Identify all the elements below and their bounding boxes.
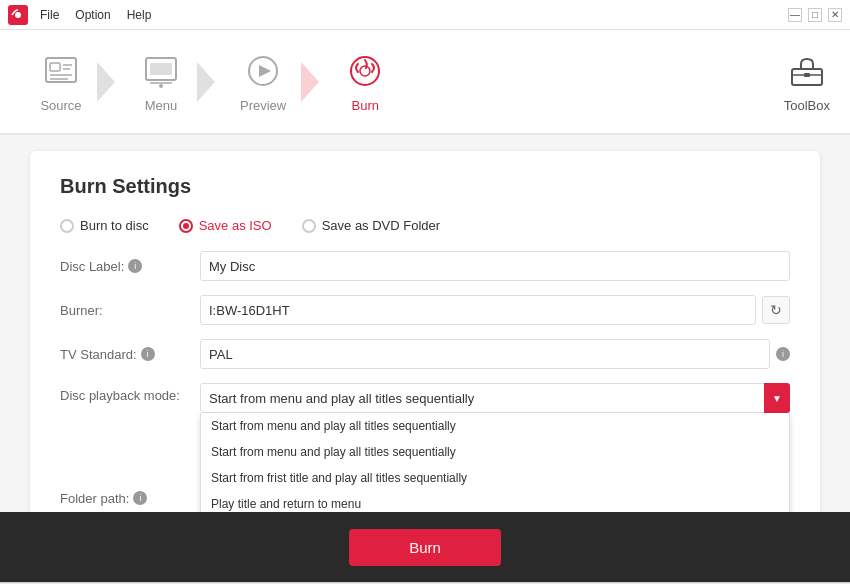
toolbox-label: ToolBox [784,98,830,113]
burn-mode-radio-group: Burn to disc Save as ISO Save as DVD Fol… [60,218,790,233]
radio-circle-save-as-iso [179,219,193,233]
radio-burn-to-disc[interactable]: Burn to disc [60,218,149,233]
playback-option-2[interactable]: Start from frist title and play all titl… [201,465,789,491]
settings-card: Burn Settings Burn to disc Save as ISO S… [30,151,820,512]
disc-label-label: Disc Label: i [60,259,200,274]
nav-steps: Source Menu [10,29,406,134]
burner-label: Burner: [60,303,200,318]
playback-option-3[interactable]: Play title and return to menu [201,491,789,512]
tv-standard-select-wrap: PAL NTSC i [200,339,790,369]
radio-save-as-dvd-folder[interactable]: Save as DVD Folder [302,218,441,233]
main-content: Burn Settings Burn to disc Save as ISO S… [0,135,850,512]
tv-standard-info-icon-right[interactable]: i [776,347,790,361]
disc-playback-combo-display[interactable]: Start from menu and play all titles sequ… [200,383,790,413]
menu-help[interactable]: Help [127,8,152,22]
disc-playback-combo-arrow[interactable]: ▼ [764,383,790,413]
nav-step-burn[interactable]: Burn [314,29,406,134]
toolbox-icon [788,51,826,92]
nav-step-preview-inner: Preview [240,50,286,113]
burn-bar: Burn [0,512,850,582]
menu-icon [140,50,182,92]
folder-path-label: Folder path: i [60,491,200,506]
minimize-button[interactable]: — [788,8,802,22]
preview-icon [242,50,284,92]
source-icon [40,50,82,92]
titlebar: File Option Help — □ ✕ [0,0,850,30]
preview-label: Preview [240,98,286,113]
burner-refresh-button[interactable]: ↻ [762,296,790,324]
playback-option-1[interactable]: Start from menu and play all titles sequ… [201,439,789,465]
app-logo [8,5,28,25]
navbar: Source Menu [0,30,850,135]
radio-save-as-iso[interactable]: Save as ISO [179,218,272,233]
toolbox-button[interactable]: ToolBox [784,51,830,113]
maximize-button[interactable]: □ [808,8,822,22]
radio-circle-burn-to-disc [60,219,74,233]
radio-label-save-as-dvd-folder: Save as DVD Folder [322,218,441,233]
nav-step-source-inner: Source [40,50,82,113]
burn-icon [344,50,386,92]
titlebar-left: File Option Help [8,5,151,25]
svg-rect-9 [150,63,172,75]
nav-step-menu-inner: Menu [140,50,182,113]
disc-playback-dropdown: Start from menu and play all titles sequ… [200,413,790,512]
svg-rect-18 [804,73,810,77]
menu-file[interactable]: File [40,8,59,22]
disc-label-row: Disc Label: i [60,251,790,281]
radio-label-save-as-iso: Save as ISO [199,218,272,233]
nav-step-menu[interactable]: Menu [110,29,202,134]
disc-label-info-icon[interactable]: i [128,259,142,273]
disc-playback-mode-row: Disc playback mode: Start from menu and … [60,383,790,413]
window-controls: — □ ✕ [788,8,842,22]
tv-standard-row: TV Standard: i PAL NTSC i [60,339,790,369]
burner-select[interactable]: I:BW-16D1HT [200,295,756,325]
nav-step-preview[interactable]: Preview [210,29,306,134]
playback-option-0[interactable]: Start from menu and play all titles sequ… [201,413,789,439]
folder-path-info-icon[interactable]: i [133,491,147,505]
menu-bar: File Option Help [40,8,151,22]
svg-point-11 [159,84,163,88]
disc-playback-combo-wrap: Start from menu and play all titles sequ… [200,383,790,413]
disc-label-input[interactable] [200,251,790,281]
menu-option[interactable]: Option [75,8,110,22]
settings-title: Burn Settings [60,175,790,198]
nav-step-burn-inner: Burn [344,50,386,113]
tv-standard-label: TV Standard: i [60,347,200,362]
menu-label: Menu [145,98,178,113]
burner-row: Burner: I:BW-16D1HT ↻ [60,295,790,325]
burn-label: Burn [352,98,379,113]
tv-standard-select[interactable]: PAL NTSC [200,339,770,369]
tv-standard-info-icon[interactable]: i [141,347,155,361]
radio-circle-save-as-dvd-folder [302,219,316,233]
disc-playback-selected-value: Start from menu and play all titles sequ… [209,391,474,406]
burner-select-wrap: I:BW-16D1HT ↻ [200,295,790,325]
close-button[interactable]: ✕ [828,8,842,22]
source-label: Source [40,98,81,113]
svg-point-1 [15,12,21,18]
nav-step-source[interactable]: Source [10,29,102,134]
radio-label-burn-to-disc: Burn to disc [80,218,149,233]
burn-button[interactable]: Burn [349,529,501,566]
disc-playback-mode-label: Disc playback mode: [60,383,200,403]
